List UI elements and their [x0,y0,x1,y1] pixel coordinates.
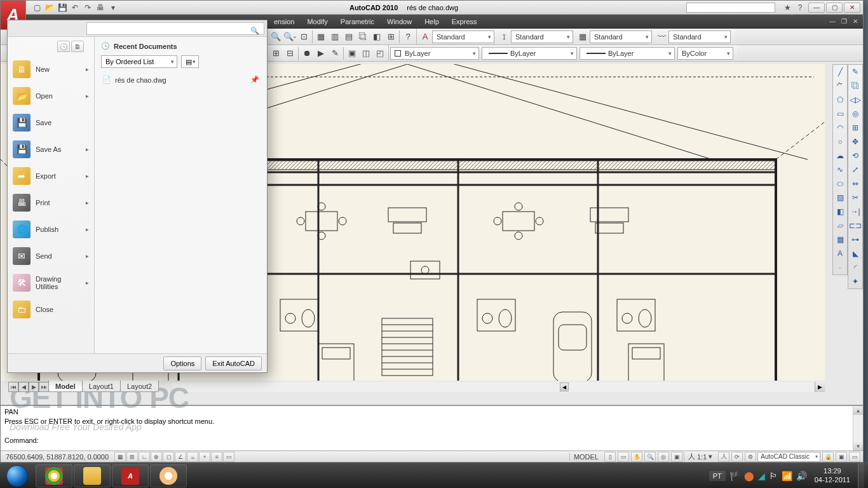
hardware-accel-icon[interactable]: ▣ [836,452,847,462]
appmenu-open[interactable]: 📂Open▸ [8,83,94,109]
appmenu-save[interactable]: 💾Save [8,109,94,136]
zoom-realtime-icon[interactable]: 🔍 [269,30,283,44]
minimize-button[interactable]: — [808,3,825,13]
pline-icon[interactable]: ⺈ [833,79,847,93]
markup-icon[interactable]: ◧ [370,30,384,44]
tray-volume-icon[interactable]: 🔊 [796,471,807,481]
recent-order-combo[interactable]: By Ordered List [101,55,177,68]
table-icon[interactable]: ▦ [833,233,847,247]
linetype-combo[interactable]: ByLayer [482,47,577,60]
help-icon[interactable]: ? [794,2,806,13]
mdi-minimize-icon[interactable]: — [827,17,837,26]
region-icon[interactable]: ▱ [833,219,847,233]
pan-status-icon[interactable]: ✋ [631,452,642,462]
tablestyle-combo[interactable]: Standard [590,30,652,43]
sheetset-icon[interactable]: ⿻ [356,30,370,44]
menu-express[interactable]: Express [445,16,484,27]
textstyle-icon[interactable]: A [418,30,432,44]
appmenu-publish[interactable]: 🌐Publish▸ [8,216,94,243]
tab-first-icon[interactable]: ⏮ [8,382,18,392]
open-docs-tab-icon[interactable]: 🗎 [71,41,84,52]
polar-toggle[interactable]: ⊕ [151,452,162,462]
showmotion-icon[interactable]: ▣ [671,452,682,462]
qat-save-icon[interactable]: 💾 [57,2,68,13]
tray-action-icon[interactable]: 🏳 [769,471,778,481]
ungroup-icon[interactable]: ⊟ [283,46,297,60]
gradient-icon[interactable]: ◧ [833,205,847,219]
mlstyle-icon[interactable]: 〰 [654,30,668,44]
appmenu-utilities[interactable]: 🛠Drawing Utilities▸ [8,269,94,296]
calc-icon[interactable]: ⊞ [384,30,398,44]
block-editor-icon[interactable]: ▣ [345,46,359,60]
recent-tab-icon[interactable]: 🕓 [57,41,70,52]
trim-icon[interactable]: ✂ [848,191,862,205]
circle-icon[interactable]: ○ [833,135,847,149]
mdi-close-icon[interactable]: ✕ [850,17,860,26]
recent-view-combo[interactable]: ▤ [181,55,199,68]
wheel-icon[interactable]: ◎ [658,452,669,462]
tab-last-icon[interactable]: ⏭ [39,382,49,392]
ws-icon[interactable]: ⚙ [745,452,756,462]
help-star-icon[interactable]: ★ [782,2,793,13]
move-icon[interactable]: ✥ [848,135,862,149]
action-play-icon[interactable]: ▶ [314,46,328,60]
explode-icon[interactable]: ✦ [848,274,862,288]
zoom-window-icon[interactable]: ⊡ [297,30,311,44]
tray-flag-icon[interactable]: 🏴 [729,471,740,481]
quickview-dwgs-icon[interactable]: ▭ [618,452,629,462]
join-icon[interactable]: ⊶ [848,233,862,247]
tray-security-icon[interactable]: ⬤ [744,471,754,481]
options-button[interactable]: Options [163,356,201,370]
title-search-input[interactable] [686,3,775,13]
rect-icon[interactable]: ▭ [833,107,847,121]
dcenter-icon[interactable]: ▥ [328,30,342,44]
qat-dropdown-icon[interactable]: ▾ [107,2,119,13]
chamfer-icon[interactable]: ◣ [848,247,862,261]
tab-layout2[interactable]: Layout2 [120,381,159,392]
menu-modify[interactable]: Modify [301,16,334,27]
cmd-scrollbar[interactable]: ▲▼ [853,406,863,451]
lineweight-combo[interactable]: ByLayer [580,47,675,60]
tab-model[interactable]: Model [48,381,83,392]
ortho-toggle[interactable]: ∟ [139,452,150,462]
quickview-layouts-icon[interactable]: ▯ [604,452,616,462]
stretch-icon[interactable]: ⇔ [848,177,862,191]
help-toolbar-icon[interactable]: ? [401,30,415,44]
annovis-icon[interactable]: 人 [718,452,729,462]
properties-icon[interactable]: ▦ [314,30,328,44]
appmenu-search-input[interactable] [86,22,264,35]
taskbar-autocad[interactable]: A [112,464,149,487]
snap-toggle[interactable]: ▦ [114,452,126,462]
qat-print-icon[interactable]: 🖶 [95,2,106,13]
command-text[interactable]: PAN Press ESC or ENTER to exit, or right… [1,406,853,451]
toolpal-icon[interactable]: ▤ [342,30,356,44]
tab-layout1[interactable]: Layout1 [82,381,121,392]
coords-readout[interactable]: 76500.6409, 51887.8120, 0.0000 [1,453,114,461]
qp-toggle[interactable]: ▭ [223,452,234,462]
taskbar-chrome[interactable] [36,464,72,487]
menu-help[interactable]: Help [418,16,445,27]
clean-screen-icon[interactable]: ▭ [849,452,860,462]
annoscale-icon[interactable]: 人 [688,452,695,461]
menu-parametric[interactable]: Parametric [334,16,381,27]
mirror-icon[interactable]: ◁▷ [848,93,862,107]
tab-next-icon[interactable]: ▶ [29,382,39,392]
menu-dimension[interactable]: ension [268,16,301,27]
appmenu-new[interactable]: 🗎New▸ [8,56,94,83]
osnap-toggle[interactable]: ◻ [163,452,174,462]
revcloud-icon[interactable]: ☁ [833,149,847,163]
dyn-toggle[interactable]: + [199,452,210,462]
dimstyle-icon[interactable]: ⟟ [497,30,511,44]
model-paper-toggle[interactable]: MODEL [569,453,602,461]
mtext-icon[interactable]: A [833,247,847,261]
line-icon[interactable]: ╱ [833,65,847,79]
appmenu-saveas[interactable]: 💾Save As▸ [8,136,94,163]
qat-new-icon[interactable]: ▢ [31,2,43,13]
menu-window[interactable]: Window [381,16,418,27]
tablestyle-icon[interactable]: ▦ [576,30,590,44]
break-icon[interactable]: ⊏⊐ [848,219,862,233]
taskbar-clock[interactable]: 13:2904-12-2011 [811,467,854,484]
close-button[interactable]: ✕ [844,3,860,13]
action-edit-icon[interactable]: ✎ [328,46,342,60]
show-desktop-button[interactable] [858,463,864,489]
